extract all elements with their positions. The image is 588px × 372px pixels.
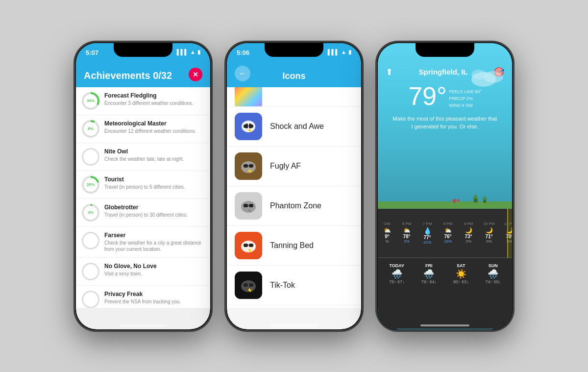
daily-item-fri: FRI 🌧️ 79↑ 64↓ (416, 263, 442, 284)
time-2: 5:06 (237, 49, 249, 56)
weather-scene (378, 194, 512, 209)
home-indicator (119, 324, 168, 326)
svg-rect-11 (249, 164, 253, 168)
wifi-icon: ▲ (341, 49, 346, 55)
hourly-scroll[interactable]: FRIDAY OW ⛅ 9° % (378, 209, 512, 258)
icon-name-phantom-zone: Phantom Zone (270, 201, 321, 210)
daily-item-sat: SAT ☀️ 80↑ 63↓ (448, 263, 474, 284)
svg-rect-4 (244, 124, 248, 128)
icon-item-sext-machine[interactable]: Sext Machine (227, 305, 361, 308)
svg-point-43 (484, 71, 503, 83)
home-indicator (420, 324, 469, 326)
svg-point-15 (241, 201, 256, 213)
achievement-circle: 33% (82, 92, 99, 110)
svg-rect-29 (249, 283, 253, 287)
icon-item-tik-tok[interactable]: Tik-Tok (227, 266, 361, 305)
app-icon-phantom-zone (235, 192, 262, 220)
notch (265, 43, 323, 57)
phone-weather: ⬆ Springfield, IL 🎯 79° FEELS LIKE 80° P… (376, 42, 514, 331)
app-icon-fugly-af (235, 152, 262, 180)
phone-icons: 5:06 ▌▌▌ ▲ ▮ ← Icons (225, 42, 363, 331)
signal-icon: ▌▌▌ (328, 49, 339, 55)
home-indicator (270, 324, 318, 326)
achievement-circle (82, 291, 99, 308)
achievement-text: Tourist Travel (in person) to 5 differen… (104, 176, 204, 190)
notch (416, 43, 474, 57)
hourly-item: 6 PM ⛅ 78° 2% (396, 220, 417, 247)
app-icon-partial (235, 87, 262, 107)
weather-feels: FEELS LIKE 80° PRECIP 2% WIND 6 SW (449, 88, 482, 109)
wifi-icon: ▲ (190, 49, 196, 55)
close-button[interactable]: ✕ (189, 68, 202, 81)
daily-row: TODAY 🌧️ 79↑ 67↓ FRI 🌧️ 79↑ 64↓ SAT (378, 258, 512, 287)
achievement-circle: 3% (82, 204, 99, 222)
svg-point-27 (241, 280, 256, 292)
icons-title: Icons (282, 71, 305, 81)
time-1: 5:07 (86, 49, 98, 56)
svg-rect-22 (244, 244, 248, 247)
icon-item-tanning-bed[interactable]: Tanning Bed (227, 226, 361, 266)
share-button[interactable]: ⬆ (386, 67, 393, 77)
daily-item-today: TODAY 🌧️ 79↑ 67↓ (384, 263, 410, 284)
phone-achievements: 5:07 ▌▌▌ ▲ ▮ Achievements 0/32 ✕ 33% (74, 42, 212, 331)
achievement-item: 8% Meteorological Master Encounter 12 di… (76, 115, 210, 143)
achievement-item: 33% Forecast Fledgling Encounter 3 diffe… (76, 87, 210, 115)
icon-name-tanning-bed: Tanning Bed (270, 241, 314, 250)
svg-rect-16 (244, 204, 248, 207)
achievement-item: Nite Owl Check the weather late, late at… (76, 143, 210, 171)
icon-item-top-partial[interactable] (227, 87, 361, 107)
achievement-item: 3% Globetrotter Travel (in person) to 30… (76, 199, 210, 227)
achievement-circle (82, 232, 99, 249)
achievement-text: Globetrotter Travel (in person) to 30 di… (104, 204, 204, 218)
svg-rect-5 (249, 124, 253, 128)
achievement-item: Privacy Freak Prevent the NSA from track… (76, 286, 210, 308)
app-icon-tik-tok (235, 272, 262, 299)
svg-marker-49 (482, 196, 487, 200)
weather-top: ⬆ Springfield, IL 🎯 79° FEELS LIKE 80° P… (378, 43, 512, 209)
svg-point-21 (241, 241, 256, 252)
hourly-item: 9 PM 🌙 73° 2% (458, 220, 479, 247)
achievement-circle (82, 148, 99, 166)
svg-rect-23 (249, 244, 253, 247)
daily-item-sun: SUN 🌧️ 74↑ 59↓ (480, 263, 506, 284)
svg-point-51 (457, 199, 460, 202)
achievement-circle: 8% (82, 120, 99, 138)
achievement-text: No Glove, No Love Visit a sexy town. (104, 263, 204, 277)
achievements-title: Achievements 0/32 (84, 70, 172, 81)
notch (114, 43, 172, 57)
achievement-text: Privacy Freak Prevent the NSA from track… (104, 291, 204, 305)
svg-point-50 (453, 199, 457, 203)
achievement-text: Nite Owl Check the weather late, late at… (104, 148, 204, 162)
back-button[interactable]: ← (235, 66, 250, 81)
app-icon-tanning-bed (235, 232, 262, 259)
icon-item-shock-and-awe[interactable]: Shock and Awe (227, 107, 361, 147)
hourly-item: 10 PM 🌙 71° 0% (479, 220, 499, 247)
status-icons-1: ▌▌▌ ▲ ▮ (177, 49, 200, 55)
icon-item-phantom-zone[interactable]: Phantom Zone (227, 186, 361, 226)
icon-list: Shock and Awe (227, 87, 361, 308)
svg-rect-17 (249, 204, 253, 207)
icon-item-fugly-af[interactable]: Fugly AF (227, 147, 361, 186)
svg-point-44 (471, 70, 486, 79)
svg-point-9 (241, 161, 256, 173)
achievement-text: Farseer Check the weather for a city a g… (104, 232, 204, 252)
battery-icon: ▮ (348, 49, 351, 55)
hourly-item: 8 PM ⛅ 76° 16% (438, 220, 458, 247)
weather-city: Springfield, IL (419, 68, 468, 76)
achievement-text: Forecast Fledgling Encounter 3 different… (104, 92, 204, 106)
svg-marker-47 (473, 195, 479, 199)
signal-icon: ▌▌▌ (177, 49, 188, 55)
svg-rect-10 (244, 164, 248, 168)
hourly-item: OW ⛅ 9° % (378, 220, 396, 247)
icon-name-shock-and-awe: Shock and Awe (270, 122, 324, 131)
weather-message: Make the most of this pleasant weather t… (378, 113, 512, 133)
weather-bottom: FRIDAY OW ⛅ 9° % (378, 209, 512, 329)
achievement-item: 20% Tourist Travel (in person) to 5 diff… (76, 171, 210, 199)
achievement-circle (82, 263, 99, 280)
app-icon-shock-and-awe (235, 113, 262, 140)
achievement-circle: 20% (82, 176, 99, 194)
hourly-item: 7 PM 💧 77° 22% (417, 220, 438, 247)
achievement-item: No Glove, No Love Visit a sexy town. (76, 258, 210, 286)
achievement-list: 33% Forecast Fledgling Encounter 3 diffe… (76, 87, 210, 308)
battery-icon: ▮ (197, 49, 200, 55)
